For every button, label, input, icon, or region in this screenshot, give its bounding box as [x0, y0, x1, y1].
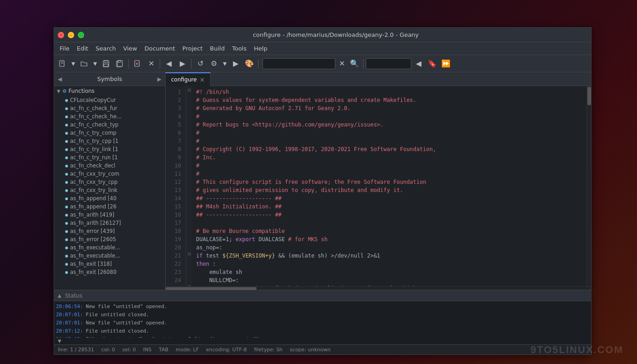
sidebar-item[interactable]: ●ac_fn_c_check_he...	[54, 112, 165, 121]
fold-marker	[186, 258, 192, 266]
sidebar-item[interactable]: ●CFLocaleCopyCur	[54, 96, 165, 104]
vertical-scrollbar[interactable]	[586, 86, 591, 286]
sidebar-content: ▼ ⚙ Functions ●CFLocaleCopyCur●ac_fn_c_c…	[54, 86, 165, 290]
tab-close-icon[interactable]: ×	[199, 76, 205, 83]
open-file-button[interactable]	[78, 57, 91, 70]
run-button[interactable]: ▶	[229, 57, 242, 70]
menu-build[interactable]: Build	[206, 43, 228, 54]
sidebar-functions-header[interactable]: ▼ ⚙ Functions	[54, 86, 165, 96]
sidebar-item[interactable]: ●ac_fn_c_try_link [1	[54, 145, 165, 153]
editor-tabs: configure ×	[166, 72, 591, 86]
sidebar-item[interactable]: ●ac_fn_cxx_try_cpp	[54, 178, 165, 186]
messages-area: 20:06:54:New file "untitled" opened.20:0…	[54, 301, 591, 338]
scroll-down-icon[interactable]: ▼	[54, 338, 591, 344]
functions-arrow-icon: ▼	[57, 89, 61, 94]
compile-button[interactable]: ↺	[194, 57, 207, 70]
build-button[interactable]: ⚙	[207, 57, 220, 70]
menu-project[interactable]: Project	[179, 43, 206, 54]
sidebar-item[interactable]: ●as_fn_executable...	[54, 252, 165, 260]
fold-marker	[186, 225, 192, 233]
menu-help[interactable]: Help	[250, 43, 271, 54]
sidebar-item[interactable]: ●ac_fn_cxx_try_com	[54, 170, 165, 178]
fold-marker[interactable]: ⊟	[186, 86, 192, 94]
fold-marker[interactable]: ⊟	[186, 250, 192, 258]
search-find-button[interactable]: 🔍	[348, 57, 361, 70]
fold-marker	[186, 127, 192, 135]
sidebar-item[interactable]: ●ac_fn_c_try_run [1	[54, 153, 165, 162]
sidebar-item[interactable]: ●ac_fn_check_decl	[54, 162, 165, 170]
close-button[interactable]: ×	[58, 32, 64, 38]
code-line: # gives unlimited permission to copy, di…	[196, 186, 583, 194]
toolbar-separator-5	[363, 59, 364, 69]
nav-forward-button[interactable]: ▶	[176, 57, 189, 70]
sidebar-item[interactable]: ●as_fn_append [26	[54, 202, 165, 211]
menu-edit[interactable]: Edit	[73, 43, 92, 54]
scroll-up-icon[interactable]: ▲	[58, 293, 61, 298]
nav-back-button[interactable]: ◀	[162, 57, 175, 70]
sidebar-item[interactable]: ●ac_fn_c_try_comp	[54, 129, 165, 137]
save-all-button[interactable]	[113, 57, 126, 70]
code-line: # Generated by GNU Autoconf 2.71 for Gea…	[196, 104, 583, 112]
code-line: #! /bin/sh	[196, 88, 583, 96]
code-line: as_nop=:	[196, 243, 583, 252]
sidebar-prev-tab[interactable]: ◀	[56, 75, 64, 83]
fold-marker[interactable]: ⊟	[186, 283, 192, 286]
item-dot-icon: ●	[65, 172, 68, 176]
search-clear-button[interactable]: ✕	[335, 57, 348, 70]
sidebar-item[interactable]: ●as_fn_exit [26080	[54, 268, 165, 276]
menu-document[interactable]: Document	[141, 43, 178, 54]
menu-search[interactable]: Search	[92, 43, 120, 54]
sidebar-item[interactable]: ●ac_fn_c_try_cpp [1	[54, 137, 165, 145]
sidebar-item[interactable]: ●ac_fn_c_check_typ	[54, 121, 165, 129]
new-file-button[interactable]	[56, 57, 69, 70]
item-dot-icon: ●	[65, 246, 68, 250]
sidebar-item[interactable]: ●as_fn_arith [419]	[54, 211, 165, 219]
save-file-button[interactable]	[100, 57, 112, 70]
sidebar-item[interactable]: ●ac_fn_cxx_try_link	[54, 186, 165, 194]
code-content[interactable]: #! /bin/sh# Guess values for system-depe…	[192, 86, 586, 286]
sidebar-item[interactable]: ●as_fn_append [40	[54, 194, 165, 202]
build-dropdown[interactable]: ▾	[221, 57, 228, 70]
code-line: ## -------------------- ##	[196, 211, 583, 219]
code-token: emulate sh	[196, 269, 242, 275]
code-token: # Generated by GNU Autoconf 2.71 for Gea…	[196, 105, 351, 111]
item-dot-icon: ●	[65, 270, 68, 274]
item-dot-icon: ●	[65, 115, 68, 119]
horizontal-scrollbar[interactable]	[166, 286, 591, 290]
window-controls: × − □	[58, 32, 84, 38]
fold-marker	[186, 266, 192, 274]
sidebar-item[interactable]: ●as_fn_executable...	[54, 243, 165, 252]
new-dropdown-button[interactable]: ▾	[70, 57, 77, 70]
minimize-button[interactable]: −	[68, 32, 74, 38]
menu-view[interactable]: View	[120, 43, 141, 54]
open-dropdown-button[interactable]: ▾	[91, 57, 99, 70]
statusbar-line: line: 1 / 28531	[58, 347, 94, 353]
sidebar-item[interactable]: ●as_fn_error [439]	[54, 227, 165, 235]
maximize-button[interactable]: □	[78, 32, 84, 38]
sidebar-item[interactable]: ●ac_fn_c_check_fur	[54, 104, 165, 112]
sidebar-item[interactable]: ●as_fn_arith [26127]	[54, 219, 165, 227]
color-button[interactable]: 🎨	[243, 57, 256, 70]
menu-tools[interactable]: Tools	[228, 43, 250, 54]
sidebar-item[interactable]: ●as_fn_error [2605	[54, 235, 165, 243]
goto-input[interactable]	[366, 58, 411, 69]
line-number: 18	[166, 227, 184, 235]
goto-next-button[interactable]: 🔖	[426, 57, 439, 70]
line-number: 4	[166, 112, 184, 121]
statusbar-filetype: filetype: Sh	[254, 347, 283, 353]
code-line: ## M4sh Initialization. ##	[196, 202, 583, 211]
menu-file[interactable]: File	[56, 43, 73, 54]
fold-marker	[186, 143, 192, 152]
status-label: Status	[61, 293, 86, 299]
line-number: 22	[166, 260, 184, 268]
close-file-button[interactable]	[131, 57, 144, 70]
search-input[interactable]	[263, 58, 335, 69]
goto-prev-button[interactable]: ◀	[412, 57, 425, 70]
sidebar-item[interactable]: ●as_fn_exit [318]	[54, 260, 165, 268]
tab-configure[interactable]: configure ×	[166, 72, 211, 86]
sidebar-next-tab[interactable]: ▶	[156, 75, 163, 83]
code-token: as_nop=:	[196, 244, 222, 251]
close-all-button[interactable]: ✕	[145, 57, 157, 70]
goto-button[interactable]: ⏩	[440, 57, 452, 70]
code-token: #	[196, 162, 199, 169]
